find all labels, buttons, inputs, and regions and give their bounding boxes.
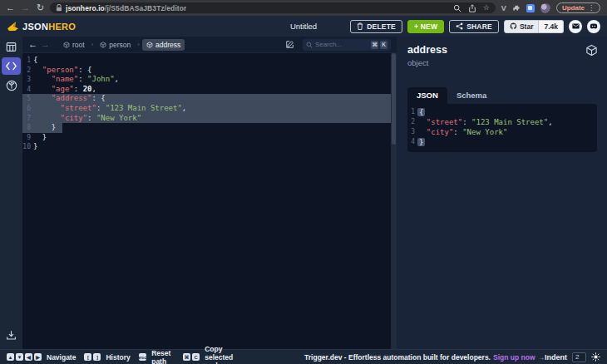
github-star-widget[interactable]: Star 7.4k bbox=[504, 20, 564, 33]
new-button[interactable]: + NEW bbox=[407, 20, 444, 33]
line-number: 3 bbox=[407, 127, 417, 137]
path-back-icon[interactable]: ← bbox=[28, 40, 37, 49]
shortcut-label: History bbox=[106, 353, 130, 362]
shortcut-label: Reset path bbox=[151, 349, 175, 364]
editor-scrollbar-thumb[interactable] bbox=[392, 53, 396, 145]
tab-schema[interactable]: Schema bbox=[447, 87, 496, 104]
column-view-button[interactable] bbox=[2, 38, 21, 56]
inspector-tabs: JSON Schema bbox=[407, 87, 597, 104]
promo-banner: Trigger.dev - Effortless automation buil… bbox=[304, 353, 545, 362]
breadcrumb-item-root[interactable]: root bbox=[59, 39, 89, 51]
extensions-puzzle-icon[interactable] bbox=[512, 4, 521, 12]
breadcrumb-item-person[interactable]: person bbox=[96, 39, 135, 51]
inspector-panel: address object JSON Schema 1{2 "street":… bbox=[397, 37, 607, 349]
logo-text: JSONHERO bbox=[22, 22, 76, 32]
shortcut-reset-path: esc Reset path bbox=[139, 349, 175, 364]
indent-input[interactable]: 2 bbox=[572, 352, 586, 362]
new-label: + NEW bbox=[414, 22, 437, 31]
code-line[interactable]: 3 "city": "New York" bbox=[407, 127, 592, 137]
line-number: 1 bbox=[407, 107, 417, 117]
sun-icon bbox=[591, 352, 600, 362]
line-number: 4 bbox=[407, 137, 417, 147]
code-line[interactable]: 7 "city": "New York" bbox=[22, 114, 391, 124]
line-content: "street": "123 Main Street", bbox=[417, 117, 553, 127]
editor-lines: 1{2 "person": {3 "name": "John",4 "age":… bbox=[22, 56, 391, 152]
cube-icon bbox=[100, 42, 106, 48]
selected-node-json-preview: 1{2 "street": "123 Main Street",3 "city"… bbox=[407, 104, 597, 152]
code-line[interactable]: 3 "name": "John", bbox=[22, 75, 391, 85]
delete-label: DELETE bbox=[367, 22, 396, 31]
tab-json[interactable]: JSON bbox=[407, 87, 447, 104]
theme-toggle-button[interactable] bbox=[591, 352, 600, 362]
key-down: ▼ bbox=[16, 353, 23, 361]
address-bar[interactable]: jsonhero.io/j/S5dBASaJB3Tz/editor ☆ bbox=[50, 2, 496, 13]
promo-signup-link[interactable]: Sign up now bbox=[493, 353, 535, 362]
envelope-icon bbox=[572, 23, 580, 29]
email-button[interactable] bbox=[569, 20, 582, 33]
code-line[interactable]: 9 } bbox=[22, 133, 391, 143]
code-line[interactable]: 2 "street": "123 Main Street", bbox=[407, 117, 592, 127]
code-view-icon bbox=[6, 61, 17, 71]
json-editor[interactable]: 1{2 "person": {3 "name": "John",4 "age":… bbox=[22, 53, 391, 349]
code-line[interactable]: 8 } bbox=[22, 123, 391, 133]
key-right: ▶ bbox=[34, 353, 42, 361]
key-left: ◀ bbox=[25, 353, 32, 361]
browser-reload-icon[interactable]: ↻ bbox=[35, 3, 46, 12]
share-page-icon[interactable] bbox=[468, 4, 476, 12]
selected-node-title: address bbox=[407, 44, 597, 56]
line-content: } bbox=[33, 123, 56, 133]
kbd-cmd: ⌘ bbox=[371, 41, 378, 49]
code-line[interactable]: 5 "address": { bbox=[22, 94, 391, 104]
bookmark-star-icon[interactable]: ☆ bbox=[483, 4, 490, 12]
code-line[interactable]: 1{ bbox=[407, 107, 592, 117]
download-button[interactable] bbox=[2, 327, 21, 344]
key-bracket-open: [ bbox=[84, 353, 91, 361]
line-number: 1 bbox=[22, 56, 33, 66]
line-number: 5 bbox=[22, 94, 33, 104]
code-line[interactable]: 1{ bbox=[22, 56, 391, 66]
main-area: ← → root › person › address bbox=[0, 37, 607, 349]
code-line[interactable]: 4 "age": 20, bbox=[22, 85, 391, 95]
discord-button[interactable] bbox=[587, 20, 600, 33]
key-esc: esc bbox=[139, 353, 146, 361]
share-button[interactable]: SHARE bbox=[449, 20, 499, 33]
code-line[interactable]: 4} bbox=[407, 137, 592, 147]
breadcrumb-separator: › bbox=[91, 41, 95, 48]
lock-icon bbox=[56, 4, 62, 12]
editor-wrap: 1{2 "person": {3 "name": "John",4 "age":… bbox=[22, 53, 397, 349]
line-content: "city": "New York" bbox=[33, 114, 141, 124]
tree-view-button[interactable] bbox=[2, 76, 21, 94]
extension-blue-icon[interactable] bbox=[526, 4, 535, 12]
shortcut-label: Copy selected node bbox=[205, 345, 244, 364]
browser-forward-icon[interactable]: → bbox=[20, 3, 31, 12]
browser-profile-avatar[interactable] bbox=[540, 3, 550, 13]
extension-v-icon[interactable]: V bbox=[501, 4, 506, 12]
line-number: 8 bbox=[22, 123, 33, 133]
editor-view-button[interactable] bbox=[2, 57, 21, 75]
line-content: } bbox=[33, 133, 47, 143]
code-line[interactable]: 2 "person": { bbox=[22, 66, 391, 76]
shortcut-navigate: ▲ ▼ ◀ ▶ Navigate bbox=[7, 353, 76, 362]
browser-update-button[interactable]: Update ⋮ bbox=[556, 2, 600, 13]
view-switcher-rail bbox=[0, 37, 22, 349]
shortcut-history: [ ] History bbox=[84, 353, 130, 362]
path-forward-icon[interactable]: → bbox=[41, 40, 50, 49]
browser-back-icon[interactable]: ← bbox=[5, 3, 16, 12]
line-content: } bbox=[417, 137, 425, 147]
breadcrumb-item-address[interactable]: address bbox=[142, 39, 185, 51]
code-line[interactable]: 6 "street": "123 Main Street", bbox=[22, 104, 391, 114]
key-c: C bbox=[192, 353, 200, 361]
github-star-count[interactable]: 7.4k bbox=[539, 20, 564, 33]
delete-button[interactable]: DELETE bbox=[350, 20, 402, 33]
github-icon bbox=[510, 22, 517, 30]
search-input[interactable]: Search... ⌘ K bbox=[303, 39, 391, 51]
code-line[interactable]: 10} bbox=[22, 142, 391, 152]
promo-arrow-icon: → bbox=[538, 353, 545, 362]
zoom-page-icon[interactable] bbox=[453, 4, 461, 12]
browser-toolbar: ← → ↻ jsonhero.io/j/S5dBASaJB3Tz/editor … bbox=[0, 0, 607, 16]
jsonhero-logo[interactable]: JSONHERO bbox=[7, 21, 76, 32]
browser-menu-icon[interactable]: ⋮ bbox=[588, 4, 595, 12]
browser-extensions-area: V Update ⋮ bbox=[500, 2, 602, 13]
edit-document-button[interactable] bbox=[285, 40, 294, 49]
editor-scrollbar[interactable] bbox=[391, 53, 397, 349]
